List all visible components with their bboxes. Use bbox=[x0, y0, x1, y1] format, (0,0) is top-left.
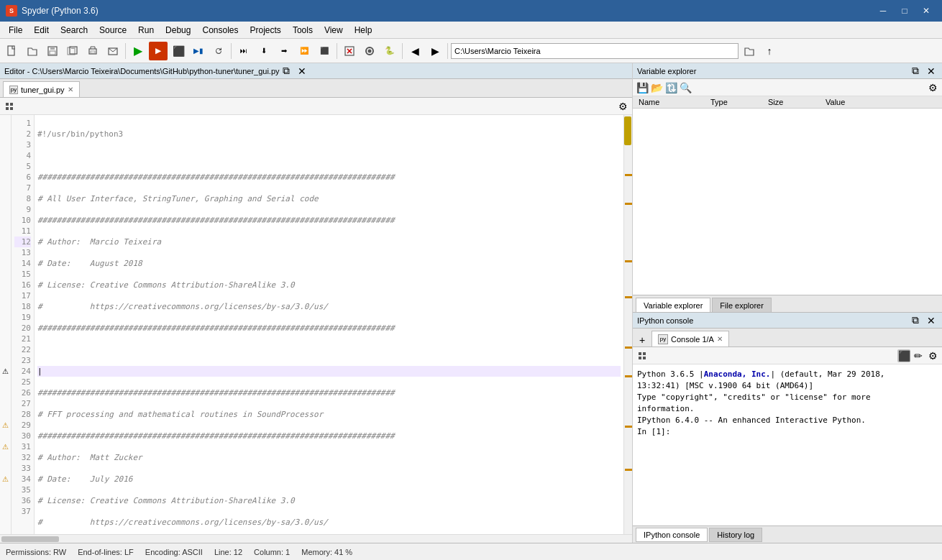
scroll-mark-5 bbox=[625, 346, 632, 349]
menu-edit[interactable]: Edit bbox=[28, 22, 55, 39]
tab-variable-explorer[interactable]: Variable explorer bbox=[636, 298, 710, 312]
open-file-button[interactable] bbox=[23, 42, 42, 60]
editor-horizontal-scrollbar[interactable] bbox=[0, 534, 632, 543]
app-icon: S bbox=[6, 5, 17, 17]
code-area: ⚠ ⚠ ⚠ ⚠ 12345 678910 1112131415 16171819… bbox=[0, 115, 632, 534]
warn-line-30: ⚠ bbox=[0, 420, 10, 431]
console-new-tab-button[interactable]: + bbox=[636, 334, 649, 346]
step-into-button[interactable]: ⬇ bbox=[255, 42, 273, 60]
svg-rect-18 bbox=[643, 352, 646, 355]
editor-header: Editor - C:\Users\Marcio Teixeira\Docume… bbox=[0, 63, 632, 79]
clear-button[interactable] bbox=[340, 42, 359, 60]
step-out-button[interactable]: ⏩ bbox=[295, 42, 314, 60]
var-filter-button[interactable]: 🔍 bbox=[679, 81, 692, 94]
new-file-button[interactable] bbox=[3, 42, 22, 60]
restart-button[interactable] bbox=[209, 42, 228, 60]
svg-rect-15 bbox=[6, 107, 9, 110]
warn-line-25: ⚠ bbox=[0, 366, 10, 377]
col-type: Type bbox=[708, 98, 765, 106]
status-line: Line: 12 bbox=[214, 548, 242, 556]
tab-ipython-console[interactable]: IPython console bbox=[636, 528, 708, 542]
menu-consoles[interactable]: Consoles bbox=[196, 22, 244, 39]
go-up-button[interactable]: ↑ bbox=[760, 42, 779, 60]
menu-help[interactable]: Help bbox=[349, 22, 378, 39]
browse-button[interactable] bbox=[740, 42, 759, 60]
console-undock-button[interactable]: ⧉ bbox=[909, 314, 922, 327]
editor-close-button[interactable]: ✕ bbox=[296, 65, 308, 78]
tab-label: tuner_gui.py bbox=[21, 86, 65, 94]
warn-line-32: ⚠ bbox=[0, 441, 10, 452]
var-import-button[interactable]: 📂 bbox=[650, 81, 663, 94]
menu-view[interactable]: View bbox=[319, 22, 349, 39]
console-options-button[interactable] bbox=[636, 349, 649, 362]
svg-rect-20 bbox=[643, 357, 646, 359]
forward-button[interactable]: ▶ bbox=[426, 42, 444, 60]
toolbar-separator-5 bbox=[447, 43, 448, 59]
close-button[interactable]: ✕ bbox=[916, 4, 936, 18]
var-save-button[interactable]: 💾 bbox=[636, 81, 649, 94]
save-file-button[interactable] bbox=[43, 42, 62, 60]
console-header: IPython console ⧉ ✕ bbox=[633, 313, 942, 329]
tab-close-button[interactable]: ✕ bbox=[68, 86, 73, 93]
step-over-button[interactable]: ➡ bbox=[275, 42, 293, 60]
tab-file-explorer[interactable]: File explorer bbox=[712, 298, 772, 312]
debug-button[interactable]: ▶▮ bbox=[189, 42, 208, 60]
run-cell-button[interactable]: ▶ bbox=[149, 42, 168, 60]
editor-undock-button[interactable]: ⧉ bbox=[280, 65, 293, 78]
console-settings-button[interactable]: ⚙ bbox=[926, 349, 939, 362]
save-all-button[interactable] bbox=[63, 42, 82, 60]
console-tab-close[interactable]: ✕ bbox=[717, 335, 723, 343]
scroll-mark-6 bbox=[625, 375, 632, 377]
console-interrupt-button[interactable]: ⬛ bbox=[897, 349, 910, 362]
svg-rect-17 bbox=[639, 352, 641, 355]
var-close-button[interactable]: ✕ bbox=[925, 65, 938, 78]
console-edit-button[interactable]: ✏ bbox=[912, 349, 925, 362]
var-settings-button[interactable]: ⚙ bbox=[926, 81, 939, 94]
back-button[interactable]: ◀ bbox=[406, 42, 424, 60]
menu-source[interactable]: Source bbox=[93, 22, 132, 39]
minimize-button[interactable]: ─ bbox=[873, 4, 893, 18]
menu-file[interactable]: File bbox=[3, 22, 28, 39]
status-column: Column: 1 bbox=[254, 548, 290, 556]
menu-tools[interactable]: Tools bbox=[287, 22, 319, 39]
console-prompt: In [1]: bbox=[637, 426, 938, 438]
warning-column: ⚠ ⚠ ⚠ ⚠ bbox=[0, 115, 12, 534]
tools-button[interactable] bbox=[360, 42, 379, 60]
editor-tab-tuner-gui[interactable]: py tuner_gui.py ✕ bbox=[3, 81, 80, 97]
maximize-button[interactable]: □ bbox=[895, 4, 915, 18]
editor-options-button[interactable] bbox=[3, 100, 16, 113]
editor-tabs: py tuner_gui.py ✕ bbox=[0, 79, 632, 98]
step-forward-button[interactable]: ⏭ bbox=[234, 42, 253, 60]
path-input[interactable] bbox=[451, 43, 738, 59]
editor-vertical-scrollbar[interactable] bbox=[623, 115, 632, 534]
code-content[interactable]: #!/usr/bin/python3 #####################… bbox=[35, 115, 623, 534]
main-area: Editor - C:\Users\Marcio Teixeira\Docume… bbox=[0, 63, 942, 543]
h-scroll-thumb[interactable] bbox=[1, 536, 59, 542]
menu-search[interactable]: Search bbox=[55, 22, 93, 39]
console-close-button[interactable]: ✕ bbox=[925, 314, 938, 327]
print-button[interactable] bbox=[83, 42, 102, 60]
tab-history-log[interactable]: History log bbox=[709, 528, 762, 542]
status-memory: Memory: 41 % bbox=[301, 548, 352, 556]
menu-projects[interactable]: Projects bbox=[244, 22, 287, 39]
console-bottom-tabs: IPython console History log bbox=[633, 525, 942, 543]
var-refresh-button[interactable]: 🔃 bbox=[664, 81, 677, 94]
python-button[interactable]: 🐍 bbox=[380, 42, 399, 60]
stop-button[interactable]: ⬛ bbox=[169, 42, 188, 60]
window-controls: ─ □ ✕ bbox=[873, 4, 936, 18]
scroll-mark-4 bbox=[625, 296, 632, 298]
console-content[interactable]: Python 3.6.5 |Anaconda, Inc.| (default, … bbox=[633, 364, 942, 525]
scroll-thumb[interactable] bbox=[624, 116, 631, 145]
email-button[interactable] bbox=[104, 42, 122, 60]
console-tab-1[interactable]: py Console 1/A ✕ bbox=[651, 331, 729, 346]
main-toolbar: ▶ ▶ ⬛ ▶▮ ⏭ ⬇ ➡ ⏩ ⬛ 🐍 ◀ ▶ ↑ bbox=[0, 39, 942, 63]
editor-settings-button[interactable]: ⚙ bbox=[616, 100, 629, 113]
stop-debug-button[interactable]: ⬛ bbox=[315, 42, 334, 60]
menu-debug[interactable]: Debug bbox=[160, 22, 196, 39]
app-title: Spyder (Python 3.6) bbox=[22, 6, 873, 16]
var-undock-button[interactable]: ⧉ bbox=[909, 65, 922, 78]
console-tabs: + py Console 1/A ✕ bbox=[633, 329, 942, 347]
menu-run[interactable]: Run bbox=[132, 22, 160, 39]
svg-rect-13 bbox=[6, 103, 9, 106]
run-button[interactable]: ▶ bbox=[129, 42, 147, 60]
